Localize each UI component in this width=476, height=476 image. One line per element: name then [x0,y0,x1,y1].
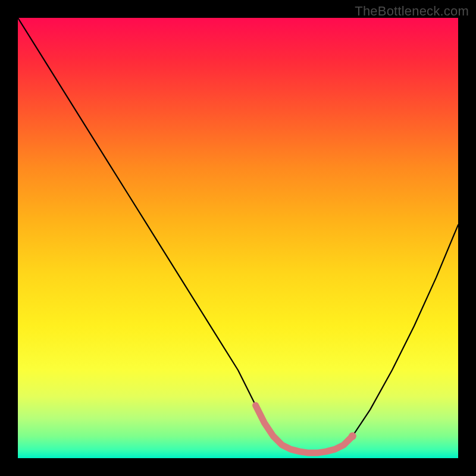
bottleneck-curve [18,18,458,453]
optimal-marker-dot [349,433,356,440]
chart-frame: TheBottleneck.com [0,0,476,476]
optimal-range-highlight [256,405,353,453]
chart-svg [18,18,458,458]
watermark-text: TheBottleneck.com [355,4,469,19]
plot-area [18,18,458,458]
